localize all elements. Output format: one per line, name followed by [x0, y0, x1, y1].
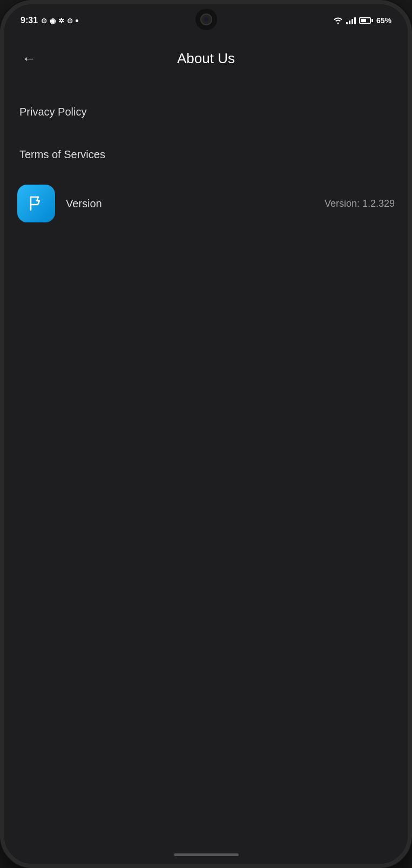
- privacy-policy-label: Privacy Policy: [19, 106, 86, 118]
- version-text-group: Version Version: 1.2.329: [66, 198, 395, 210]
- notification-icons: ⊙ ◉ ✲ ⊙: [41, 17, 78, 25]
- dot-icon: [76, 19, 78, 22]
- battery-icon: [359, 17, 373, 24]
- flag-icon: [26, 194, 46, 213]
- battery-percent: 65%: [376, 16, 391, 25]
- back-button[interactable]: ←: [17, 46, 41, 70]
- time-display: 9:31: [21, 16, 38, 25]
- page-title: About Us: [177, 50, 235, 67]
- terms-of-services-item[interactable]: Terms of Services: [4, 133, 408, 176]
- camera-notch: [195, 9, 217, 30]
- app-bar: ← About Us: [4, 37, 408, 80]
- wifi-icon: [333, 17, 343, 24]
- screen: 9:31 ⊙ ◉ ✲ ⊙: [4, 4, 408, 864]
- home-bar: [174, 853, 239, 856]
- version-item[interactable]: Version Version: 1.2.329: [4, 176, 408, 231]
- version-value: Version: 1.2.329: [325, 198, 395, 209]
- content-area: Privacy Policy Terms of Services Version…: [4, 80, 408, 845]
- camera-lens: [200, 13, 212, 25]
- whatsapp-icon-1: ⊙: [41, 17, 47, 25]
- fan-icon: ✲: [58, 17, 64, 25]
- signal-icon: [346, 17, 356, 24]
- whatsapp-icon-2: ⊙: [67, 17, 73, 25]
- version-label: Version: [66, 198, 102, 210]
- back-arrow-icon: ←: [22, 50, 36, 67]
- app-icon: [17, 185, 55, 222]
- phone-frame: 9:31 ⊙ ◉ ✲ ⊙: [0, 0, 412, 868]
- privacy-policy-item[interactable]: Privacy Policy: [4, 91, 408, 133]
- message-icon: ◉: [50, 17, 56, 25]
- status-left: 9:31 ⊙ ◉ ✲ ⊙: [21, 16, 78, 25]
- status-right: 65%: [333, 16, 391, 25]
- home-indicator: [4, 845, 408, 864]
- terms-of-services-label: Terms of Services: [19, 148, 105, 160]
